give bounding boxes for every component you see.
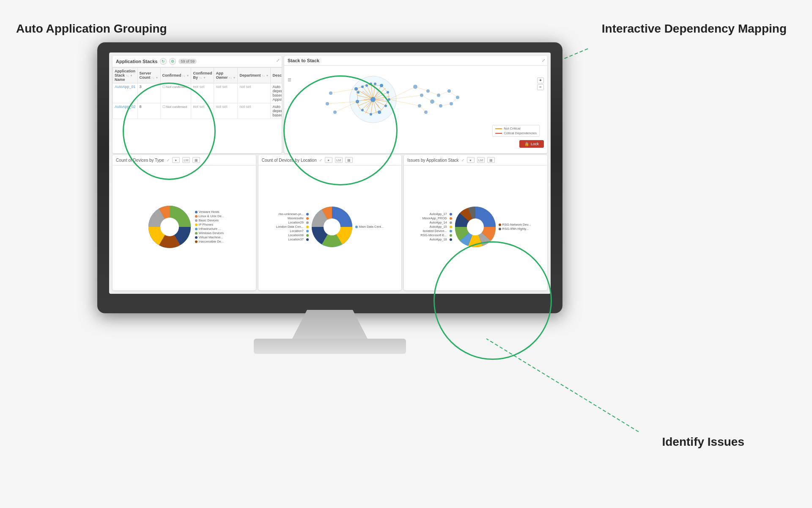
- svg-line-75: [420, 106, 426, 112]
- chart1-expand[interactable]: ⤢: [167, 158, 170, 162]
- app-stacks-table: ApplicationStack ↑↓ ▼Name ServerCount ↑↓…: [112, 67, 282, 119]
- chart1-btn2[interactable]: LM: [182, 157, 190, 163]
- devices-by-type-panel: Count of Devices by Type ⤢ ● LM ▦: [112, 155, 256, 290]
- row2-desc: Auto dependency-based: [271, 103, 282, 119]
- svg-point-54: [374, 83, 376, 85]
- table-row: AutoApp_02 8 ☐ Not confirmed not set not…: [113, 103, 282, 119]
- monitor-screen: Application Stacks ↻ ⚙ 59 of 59 ⤢ Applic…: [109, 52, 551, 294]
- lock-button[interactable]: 🔒 Lock: [519, 140, 544, 148]
- row1-confirmed: ☐ Not confirmed: [162, 85, 187, 89]
- row2-by: not set: [191, 103, 214, 119]
- network-graph-svg: [297, 68, 508, 131]
- panel-header: Application Stacks ↻ ⚙ 59 of 59 ⤢: [112, 56, 282, 67]
- settings-icon[interactable]: ⚙: [169, 58, 176, 65]
- col-server: ServerCount ↑↓ ▼: [137, 68, 160, 83]
- legend-critical: Critical Dependencies: [504, 131, 537, 135]
- svg-line-80: [449, 91, 458, 97]
- screen-content: Application Stacks ↻ ⚙ 59 of 59 ⤢ Applic…: [109, 52, 551, 294]
- auto-application-grouping-label: Auto Application Grouping: [16, 22, 167, 36]
- stack-expand-icon[interactable]: ⤢: [542, 58, 545, 63]
- svg-point-48: [378, 110, 381, 114]
- stack-panel-title: Stack to Stack: [288, 58, 319, 63]
- row1-name[interactable]: AutoApp_01: [115, 85, 136, 89]
- col-dept: Department ↑↓ ▼: [238, 68, 271, 83]
- chart3-pie: [452, 204, 499, 250]
- chart2-expand[interactable]: ⤢: [319, 158, 322, 162]
- chart2-btn2[interactable]: LM: [335, 157, 343, 163]
- row2-confirmed: ☐ Not confirmed: [162, 105, 187, 109]
- chart1-title: Count of Devices by Type: [116, 158, 164, 163]
- zoom-in-button[interactable]: +: [537, 77, 544, 83]
- chart2-btn1[interactable]: ●: [325, 157, 332, 163]
- monitor-stand-neck: [292, 310, 368, 340]
- table-row: AutoApp_01 3 ☐ Not confirmed not set not…: [113, 83, 282, 103]
- chart1-header: Count of Devices by Type ⤢ ● LM ▦: [112, 155, 256, 166]
- chart2-right-labels: Main Data Cent...: [355, 225, 384, 229]
- svg-point-42: [361, 86, 364, 88]
- interactive-dependency-mapping-label: Interactive Dependency Mapping: [602, 22, 787, 36]
- svg-point-53: [365, 84, 368, 87]
- svg-line-76: [428, 91, 439, 95]
- chart3-right-labels: RSG-Network Dev... RSG-95th Highly...: [499, 223, 531, 231]
- row2-owner: not set: [214, 103, 238, 119]
- chart3-title: Issues by Application Stack: [407, 158, 458, 163]
- bottom-row: Count of Devices by Type ⤢ ● LM ▦: [112, 155, 547, 290]
- app-stacks-panel: Application Stacks ↻ ⚙ 59 of 59 ⤢ Applic…: [112, 56, 282, 153]
- col-confirmed-by: ConfirmedBy ↑↓ ▼: [191, 68, 214, 83]
- stack-panel-header: Stack to Stack ⤢: [284, 56, 547, 66]
- row2-name[interactable]: AutoApp_02: [115, 105, 136, 109]
- svg-point-50: [361, 109, 364, 111]
- svg-point-43: [370, 83, 372, 85]
- monitor-stand-base: [254, 339, 406, 354]
- row2-dept: not set: [238, 103, 271, 119]
- stack-to-stack-panel: Stack to Stack ⤢ ☰ + −: [284, 56, 547, 153]
- refresh-icon[interactable]: ↻: [160, 58, 167, 65]
- svg-point-44: [380, 84, 383, 87]
- col-app-owner: AppOwner ↑↓ ▼: [214, 68, 238, 83]
- chart2-title: Count of Devices by Location: [262, 158, 317, 163]
- svg-point-47: [384, 105, 387, 107]
- legend-not-critical: Not Critical: [504, 127, 520, 130]
- chart1-labels: Vmware Hosts Linux & Unix De... Basic De…: [195, 210, 224, 244]
- identify-issues-label: Identify Issues: [662, 435, 744, 449]
- chart1-btn1[interactable]: ●: [172, 157, 180, 163]
- chart3-body: AutoApp_17 MinorApp_PROD AutoApp_14 Auto…: [404, 166, 547, 288]
- stack-panel-body: ☰ + −: [284, 66, 547, 151]
- svg-point-49: [370, 113, 372, 116]
- chart2-pie: [309, 204, 355, 250]
- svg-point-55: [370, 97, 376, 102]
- row1-desc: Auto dependency-based Appstack: [271, 83, 282, 103]
- stacks-badge: 59 of 59: [178, 59, 197, 64]
- col-desc: Description: [271, 68, 282, 83]
- svg-line-78: [439, 91, 449, 95]
- table-container: ApplicationStack ↑↓ ▼Name ServerCount ↑↓…: [112, 67, 282, 153]
- row1-by: not set: [191, 83, 214, 103]
- svg-point-45: [387, 91, 389, 94]
- chart3-btn3[interactable]: ▦: [487, 157, 495, 163]
- chart3-btn2[interactable]: LM: [477, 157, 485, 163]
- top-row: Application Stacks ↻ ⚙ 59 of 59 ⤢ Applic…: [112, 56, 547, 153]
- svg-line-73: [415, 87, 428, 91]
- chart2-header: Count of Devices by Location ⤢ ● LM ▦: [258, 155, 402, 166]
- chart3-expand[interactable]: ⤢: [461, 158, 464, 162]
- chart2-left-labels: risc-unknown-pr... Mooresville Location2…: [276, 212, 309, 242]
- legend: Not Critical Critical Dependencies: [489, 124, 543, 138]
- svg-line-81: [451, 97, 458, 104]
- col-confirmed: Confirmed ↑↓ ▼: [160, 68, 191, 83]
- zoom-out-button[interactable]: −: [537, 84, 544, 90]
- row2-server: 8: [137, 103, 160, 119]
- svg-line-77: [432, 102, 441, 106]
- expand-icon[interactable]: ⤢: [276, 58, 280, 63]
- app-stacks-title: Application Stacks: [116, 59, 157, 64]
- hamburger-icon[interactable]: ☰: [288, 77, 291, 82]
- devices-by-location-panel: Count of Devices by Location ⤢ ● LM ▦ ri…: [258, 155, 402, 290]
- svg-line-79: [441, 104, 451, 106]
- map-controls: + −: [537, 77, 544, 90]
- row1-owner: not set: [214, 83, 238, 103]
- monitor-body: Application Stacks ↻ ⚙ 59 of 59 ⤢ Applic…: [97, 42, 562, 313]
- chart3-btn1[interactable]: ●: [467, 157, 475, 163]
- chart1-btn3[interactable]: ▦: [192, 157, 200, 163]
- svg-point-86: [160, 218, 179, 236]
- row1-dept: not set: [238, 83, 271, 103]
- chart2-btn3[interactable]: ▦: [345, 157, 353, 163]
